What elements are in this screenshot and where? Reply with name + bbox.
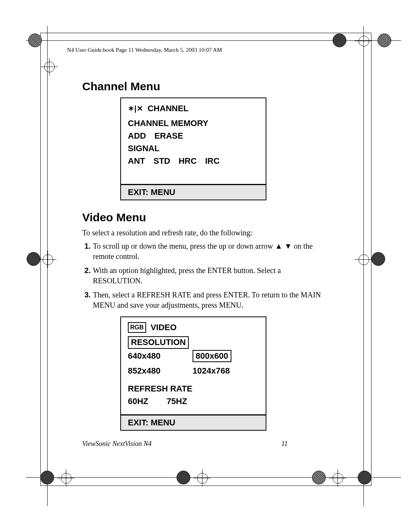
registration-mark-icon bbox=[59, 471, 72, 484]
video-steps-list: To scroll up or down the menu, press the… bbox=[82, 241, 326, 310]
registration-mark-icon bbox=[43, 60, 56, 73]
video-intro-text: To select a resolution and refresh rate,… bbox=[82, 228, 326, 237]
resolution-option-selected: 800x600 bbox=[193, 350, 231, 363]
channel-erase-option: ERASE bbox=[155, 129, 183, 142]
marker-ball-icon bbox=[27, 252, 40, 266]
channel-memory-label: CHANNEL MEMORY bbox=[128, 117, 259, 129]
marker-ball-icon bbox=[371, 252, 385, 266]
marker-ball-icon bbox=[358, 471, 371, 484]
marker-ball-icon bbox=[333, 34, 346, 47]
marker-ball-icon bbox=[28, 34, 42, 47]
registration-mark-icon bbox=[331, 471, 344, 484]
marker-ball-icon bbox=[378, 34, 391, 47]
rgb-tag: RGB bbox=[128, 322, 146, 333]
registration-mark-icon bbox=[357, 253, 370, 266]
book-header-line: N4 User Guide.book Page 11 Wednesday, Ma… bbox=[67, 47, 222, 53]
crop-line-bottom bbox=[26, 477, 401, 478]
registration-mark-icon bbox=[41, 253, 54, 266]
step-item: With an option highlighted, press the EN… bbox=[93, 265, 326, 286]
resolution-option: 640x480 bbox=[128, 350, 193, 363]
registration-mark-icon bbox=[196, 471, 209, 484]
refresh-option: 75HZ bbox=[167, 395, 187, 407]
marker-ball-icon bbox=[40, 471, 54, 484]
video-osd-exit: EXIT: MENU bbox=[121, 414, 266, 430]
signal-label: SIGNAL bbox=[128, 142, 259, 155]
antenna-icon: ✶|✕ bbox=[128, 104, 143, 113]
footer-product: ViewSonic NextVision N4 bbox=[82, 440, 151, 448]
video-osd-title: RGB VIDEO bbox=[128, 321, 259, 334]
signal-option: STD bbox=[153, 155, 170, 167]
video-osd-box: RGB VIDEO RESOLUTION 640x480 800x600 852… bbox=[120, 316, 266, 431]
footer-page-number: 11 bbox=[281, 440, 288, 448]
resolution-option: 1024x768 bbox=[193, 364, 257, 377]
refresh-rate-label: REFRESH RATE bbox=[128, 382, 259, 395]
video-osd-title-text: VIDEO bbox=[151, 323, 177, 332]
heading-video-menu: Video Menu bbox=[82, 211, 326, 224]
channel-osd-title-text: CHANNEL bbox=[148, 104, 189, 113]
registration-mark-icon bbox=[357, 34, 370, 47]
marker-ball-icon bbox=[177, 471, 190, 484]
channel-osd-title: ✶|✕ CHANNEL bbox=[128, 102, 259, 115]
signal-option: IRC bbox=[205, 155, 220, 167]
step-text: Then, select a REFRESH RATE and press EN… bbox=[93, 291, 321, 309]
refresh-option: 60HZ bbox=[128, 395, 148, 407]
channel-osd-exit: EXIT: MENU bbox=[121, 184, 266, 200]
signal-option: HRC bbox=[178, 155, 197, 167]
marker-ball-icon bbox=[312, 471, 326, 484]
step-text: To scroll up or down the menu, press the… bbox=[93, 242, 313, 260]
step-item: To scroll up or down the menu, press the… bbox=[93, 241, 326, 262]
channel-osd-box: ✶|✕ CHANNEL CHANNEL MEMORY ADD ERASE SIG… bbox=[120, 97, 266, 200]
step-item: Then, select a REFRESH RATE and press EN… bbox=[93, 290, 326, 310]
heading-channel-menu: Channel Menu bbox=[82, 80, 326, 93]
channel-add-option: ADD bbox=[128, 129, 146, 142]
signal-option: ANT bbox=[128, 155, 145, 167]
step-text: With an option highlighted, press the EN… bbox=[93, 266, 281, 285]
resolution-label: RESOLUTION bbox=[128, 336, 189, 349]
resolution-option: 852x480 bbox=[128, 364, 193, 377]
